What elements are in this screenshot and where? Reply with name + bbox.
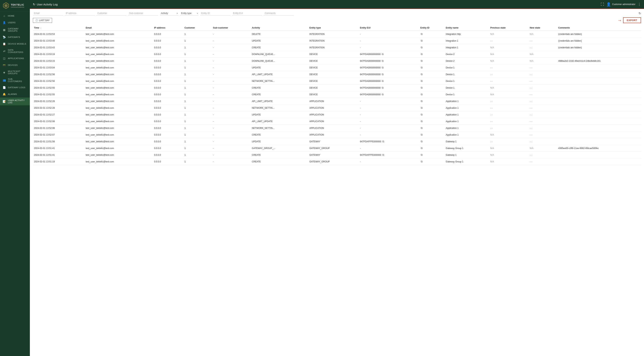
copy-id-button[interactable]: ⧉ — [420, 126, 423, 130]
copy-eui-button[interactable]: ⧉ — [381, 92, 384, 96]
new-state-dots-button[interactable]: ··· — [530, 66, 532, 69]
copy-id-button[interactable]: ⧉ — [420, 99, 423, 103]
new-state-dots-button[interactable]: ··· — [530, 106, 532, 109]
new-state-dots-button[interactable]: ··· — [530, 140, 532, 143]
prev-state-dots-button[interactable]: ··· — [490, 80, 493, 83]
sidebar-item-device-models[interactable]: 📋 DEVICE MODELS — [0, 40, 30, 47]
copy-eui-button[interactable]: ⧉ — [382, 153, 384, 157]
copy-id-button[interactable]: ⧉ — [420, 160, 423, 164]
table-row: 2024-02-01 13:53:43 test_user_tektelic@t… — [33, 44, 641, 51]
new-state-dots-button[interactable]: ··· — [530, 73, 532, 76]
prev-state-dots-button[interactable]: ··· — [490, 73, 493, 76]
prev-state-dots-button[interactable]: ··· — [490, 127, 493, 130]
new-state-dots-button[interactable]: ··· — [530, 100, 532, 103]
activity-filter-select[interactable]: Activity — [160, 11, 178, 15]
sidebar-item-home[interactable]: ⌂ HOME — [0, 12, 30, 19]
copy-id-button[interactable]: ⧉ — [420, 32, 423, 36]
new-state-dots-button[interactable]: ··· — [530, 80, 532, 83]
copy-eui-button[interactable]: ⧉ — [381, 52, 384, 56]
new-state-dots-button[interactable]: ··· — [530, 133, 532, 136]
sidebar-item-users[interactable]: 👤 USERS — [0, 19, 30, 26]
new-state-dots-button[interactable]: ··· — [530, 93, 532, 96]
sidebar-item-alarms[interactable]: 🔔 ALARMS — [0, 91, 30, 97]
copy-id-button[interactable]: ⧉ — [420, 59, 423, 63]
cell-entity-id: ⧉ — [419, 58, 445, 64]
cell-prev-state: N/A — [489, 91, 528, 98]
last-day-button[interactable]: 🕐 LAST DAY — [33, 18, 52, 23]
copy-id-button[interactable]: ⧉ — [420, 153, 423, 157]
copy-id-button[interactable]: ⧉ — [420, 139, 423, 143]
prev-state-dots-button[interactable]: ··· — [490, 106, 493, 109]
sidebar-item-devices[interactable]: 📟 DEVICES — [0, 62, 30, 68]
copy-eui-button[interactable]: ⧉ — [381, 79, 384, 83]
copy-id-button[interactable]: ⧉ — [420, 45, 423, 49]
copy-id-button[interactable]: ⧉ — [420, 92, 423, 96]
export-button[interactable]: EXPORT — [623, 17, 641, 23]
sidebar-item-user-activity-log[interactable]: 📝 USER ACTIVITY LOG — [0, 97, 30, 105]
prev-state-dots-button[interactable]: ··· — [490, 120, 493, 123]
copy-eui-button[interactable]: ⧉ — [381, 59, 384, 63]
entity-eui-filter-input[interactable] — [232, 11, 262, 15]
copy-id-button[interactable]: ⧉ — [420, 113, 423, 117]
prev-state-dots-button[interactable]: ··· — [490, 100, 493, 103]
sidebar-item-multicast-groups[interactable]: ◈ MULTICAST GROUPS — [0, 68, 30, 76]
cell-new-state: ··· — [529, 152, 557, 158]
prev-state-dots-button[interactable]: ··· — [490, 140, 493, 143]
action-bar: 🕐 LAST DAY → EXPORT — [33, 17, 641, 23]
copy-id-button[interactable]: ⧉ — [420, 72, 423, 76]
entity-type-filter-select[interactable]: Entity type — [180, 11, 198, 15]
sort-icon[interactable]: ↓ — [40, 27, 41, 29]
email-filter-input[interactable] — [33, 11, 63, 15]
cell-entity-id: ⧉ — [419, 71, 445, 78]
copy-id-button[interactable]: ⧉ — [420, 133, 423, 137]
new-state-dots-button[interactable]: ··· — [530, 127, 532, 130]
new-state-dots-button[interactable]: ··· — [530, 120, 532, 123]
cell-prev-state: N/A — [489, 51, 528, 58]
expand-icon[interactable]: ⛶ — [601, 2, 604, 6]
sidebar-item-data-converters[interactable]: ⇄ DATA CONVERTERS — [0, 47, 30, 55]
new-state-dots-button[interactable]: ··· — [530, 46, 532, 49]
sidebar-item-gateways[interactable]: 📡 GATEWAYS — [0, 34, 30, 40]
cell-entity-type: GATEWAY_GROUP — [308, 145, 359, 152]
new-state-dots-button[interactable]: ··· — [530, 153, 532, 156]
cell-comments: 498ba2e2-2192-46ed-b1c4-2dbc8eb8c161 — [557, 58, 641, 64]
cell-entity-id: ⧉ — [419, 145, 445, 152]
copy-id-button[interactable]: ⧉ — [420, 39, 423, 43]
copy-id-button[interactable]: ⧉ — [420, 106, 423, 110]
copy-id-button[interactable]: ⧉ — [420, 79, 423, 83]
copy-eui-button[interactable]: ⧉ — [381, 86, 384, 90]
customer-filter-input[interactable] — [96, 11, 126, 15]
new-state-dots-button[interactable]: ··· — [530, 113, 532, 116]
topbar-actions: ⛶ 👤 Customer administrator ⋮ — [601, 2, 641, 6]
new-state-dots-button[interactable]: ··· — [530, 86, 532, 89]
new-state-dots-button[interactable]: ··· — [530, 160, 532, 163]
cell-entity-type: INTEGRATION — [308, 37, 359, 44]
cell-subcustomer: - — [212, 37, 251, 44]
sidebar-item-gateway-logs[interactable]: 📄 GATEWAY LOGS — [0, 84, 30, 91]
cell-comments — [557, 105, 641, 111]
sidebar-item-sub-customers[interactable]: 👥 SUB-CUSTOMERS — [0, 76, 30, 84]
copy-id-button[interactable]: ⧉ — [420, 86, 423, 90]
copy-id-button[interactable]: ⧉ — [420, 66, 423, 69]
cell-time: 2024-02-01 13:53:43 — [33, 44, 84, 51]
ip-filter-input[interactable] — [64, 11, 95, 15]
copy-eui-button[interactable]: ⧉ — [382, 139, 384, 143]
comments-filter-input[interactable] — [264, 11, 294, 15]
prev-state-dots-button[interactable]: ··· — [490, 39, 493, 42]
copy-id-button[interactable]: ⧉ — [420, 146, 423, 150]
refresh-button[interactable]: ↻ — [638, 11, 641, 15]
entity-id-filter-input[interactable] — [200, 11, 230, 15]
subcustomer-filter-input[interactable] — [128, 11, 158, 15]
more-options-icon[interactable]: ⋮ — [638, 2, 641, 6]
new-state-dots-button[interactable]: ··· — [530, 39, 532, 42]
prev-state-dots-button[interactable]: ··· — [490, 113, 493, 116]
cell-email: test_user_tektelic@test.com — [84, 131, 153, 138]
copy-eui-button[interactable]: ⧉ — [381, 72, 384, 76]
sidebar-item-gateway-groups[interactable]: ▦ GATEWAY GROUPS — [0, 26, 30, 34]
sidebar-item-applications[interactable]: ◫ APPLICATIONS — [0, 55, 30, 62]
copy-id-button[interactable]: ⧉ — [420, 52, 423, 56]
cell-customer: 1 — [183, 31, 212, 37]
prev-state-dots-button[interactable]: ··· — [490, 66, 493, 69]
copy-eui-button[interactable]: ⧉ — [381, 66, 384, 69]
copy-id-button[interactable]: ⧉ — [420, 119, 423, 123]
